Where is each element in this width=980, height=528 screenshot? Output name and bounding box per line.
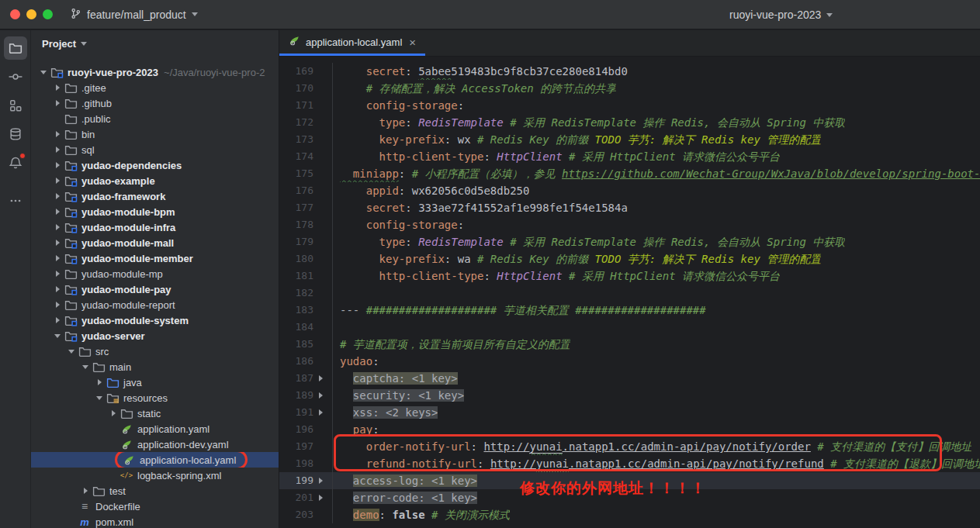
tree-row-yudao-example[interactable]: yudao-example: [31, 173, 279, 188]
chevron-collapsed-icon[interactable]: [51, 252, 64, 264]
chevron-expanded-icon[interactable]: [65, 345, 78, 357]
chevron-collapsed-icon[interactable]: [51, 128, 64, 140]
code-line-203[interactable]: 203 demo: false # 关闭演示模式: [279, 506, 980, 523]
code-line-181[interactable]: 181 http-client-type: HttpClient # 采用 Ht…: [279, 267, 980, 285]
tree-row--public[interactable]: .public: [31, 111, 279, 126]
tree-row-yudao-module-member[interactable]: yudao-module-member: [31, 250, 279, 266]
tree-row-yudao-module-mall[interactable]: yudao-module-mall: [31, 235, 279, 250]
project-view-selector[interactable]: Project: [31, 30, 279, 57]
project-title-widget[interactable]: ruoyi-vue-pro-2023: [729, 0, 833, 29]
tree-row-src[interactable]: src: [31, 343, 279, 359]
tree-row-yudao-module-pay[interactable]: yudao-module-pay: [31, 281, 279, 297]
tree-row-application-yaml[interactable]: application.yaml: [31, 421, 279, 437]
tree-row-ruoyi-vue-pro-2023[interactable]: ruoyi-vue-pro-2023~/Java/ruoyi-vue-pro-2: [31, 64, 279, 80]
tab-application-local-yaml[interactable]: application-local.yaml ×: [279, 30, 425, 56]
tree-row-application-local-yaml[interactable]: application-local.yaml: [31, 452, 279, 468]
code-line-176[interactable]: 176 appid: wx62056c0d5e8db250: [279, 182, 980, 199]
tree-row--gitee[interactable]: .gitee: [31, 80, 279, 95]
code-line-189[interactable]: 189 security: <1 key>: [279, 387, 980, 404]
tree-row-yudao-framework[interactable]: yudao-framework: [31, 188, 279, 204]
chevron-collapsed-icon[interactable]: [79, 485, 92, 497]
tree-row--github[interactable]: .github: [31, 95, 279, 111]
chevron-collapsed-icon[interactable]: [51, 267, 64, 280]
tree-row-bin[interactable]: bin: [31, 126, 279, 142]
commit-icon[interactable]: [4, 65, 27, 88]
code-line-185[interactable]: 185# 芋道配置项，设置当前项目所有自定义的配置: [279, 336, 980, 353]
code-line-174[interactable]: 174 http-client-type: HttpClient # 采用 Ht…: [279, 148, 980, 165]
code-line-178[interactable]: 178 config-storage:: [279, 216, 980, 233]
tree-row-dockerfile[interactable]: ≡Dockerfile: [31, 499, 279, 514]
tree-row-yudao-dependencies[interactable]: yudao-dependencies: [31, 157, 279, 173]
more-icon[interactable]: [4, 189, 27, 212]
fold-marker-icon[interactable]: [313, 495, 327, 501]
chevron-expanded-icon[interactable]: [37, 66, 50, 78]
chevron-collapsed-icon[interactable]: [51, 283, 64, 295]
code-line-170[interactable]: 170 # 存储配置，解决 AccessToken 的跨节点的共享: [279, 80, 980, 97]
code-line-196[interactable]: 196 pay:: [279, 421, 980, 438]
chevron-collapsed-icon[interactable]: [51, 314, 64, 326]
code-line-169[interactable]: 169 secret: 5abee519483bc9f8cb37ce280e81…: [279, 63, 980, 80]
chevron-expanded-icon[interactable]: [51, 330, 64, 342]
chevron-collapsed-icon[interactable]: [51, 190, 64, 202]
code-line-184[interactable]: 184: [279, 319, 980, 336]
chevron-collapsed-icon[interactable]: [51, 221, 64, 233]
close-window-button[interactable]: [10, 9, 20, 19]
tree-row-sql[interactable]: sql: [31, 142, 279, 157]
project-folder-icon[interactable]: [4, 36, 27, 60]
code-line-183[interactable]: 183--- #################### 芋道相关配置 #####…: [279, 302, 980, 319]
close-tab-icon[interactable]: ×: [409, 36, 416, 49]
tree-row-test[interactable]: test: [31, 483, 279, 499]
token-c: # Redis Key 的前缀: [471, 253, 595, 265]
tree-row-yudao-module-mp[interactable]: yudao-module-mp: [31, 266, 279, 281]
gutter: 175: [279, 165, 332, 182]
code-line-173[interactable]: 173 key-prefix: wx # Redis Key 的前缀 TODO …: [279, 131, 980, 148]
fold-marker-icon[interactable]: [313, 392, 327, 399]
chevron-collapsed-icon[interactable]: [51, 143, 64, 156]
code-line-187[interactable]: 187 captcha: <1 key>: [279, 370, 980, 387]
chevron-collapsed-icon[interactable]: [51, 174, 64, 187]
tree-row-yudao-module-bpm[interactable]: yudao-module-bpm: [31, 204, 279, 219]
notifications-bell-icon[interactable]: [4, 151, 27, 174]
tree-row-yudao-server[interactable]: yudao-server: [31, 328, 279, 343]
tree-row-application-dev-yaml[interactable]: application-dev.yaml: [31, 437, 279, 452]
chevron-collapsed-icon[interactable]: [93, 376, 106, 388]
tree-row-resources[interactable]: resources: [31, 390, 279, 405]
chevron-collapsed-icon[interactable]: [51, 97, 64, 109]
code-line-171[interactable]: 171 config-storage:: [279, 97, 980, 114]
chevron-collapsed-icon[interactable]: [107, 407, 119, 419]
code-line-172[interactable]: 172 type: RedisTemplate # 采用 RedisTempla…: [279, 114, 980, 131]
code-line-175[interactable]: 175 miniapp: # 小程序配置（必填），参见 https://gith…: [279, 165, 980, 182]
chevron-collapsed-icon[interactable]: [51, 81, 64, 94]
minimize-window-button[interactable]: [26, 9, 36, 19]
tree-row-static[interactable]: static: [31, 405, 279, 421]
fold-marker-icon[interactable]: [313, 375, 327, 381]
tree-row-logback-spring-xml[interactable]: </>logback-spring.xml: [31, 468, 279, 483]
tree-row-java[interactable]: java: [31, 374, 279, 390]
code-line-186[interactable]: 186yudao:: [279, 353, 980, 370]
structure-icon[interactable]: [4, 94, 27, 117]
code-line-198[interactable]: 198 refund-notify-url: http://yunai.nata…: [279, 455, 980, 472]
code-line-179[interactable]: 179 type: RedisTemplate # 采用 RedisTempla…: [279, 233, 980, 250]
zoom-window-button[interactable]: [43, 9, 53, 19]
code-viewport[interactable]: 169 secret: 5abee519483bc9f8cb37ce280e81…: [279, 57, 980, 528]
fold-marker-icon[interactable]: [313, 478, 327, 484]
tree-row-yudao-module-system[interactable]: yudao-module-system: [31, 312, 279, 328]
chevron-collapsed-icon[interactable]: [51, 159, 64, 171]
tree-row-yudao-module-infra[interactable]: yudao-module-infra: [31, 219, 279, 235]
chevron-collapsed-icon[interactable]: [51, 299, 64, 311]
fold-marker-icon[interactable]: [313, 409, 327, 416]
code-line-177[interactable]: 177 secret: 333ae72f41552af1e998fe1f54e1…: [279, 199, 980, 216]
code-line-182[interactable]: 182: [279, 285, 980, 302]
tree-row-main[interactable]: main: [31, 359, 279, 374]
code-line-180[interactable]: 180 key-prefix: wa # Redis Key 的前缀 TODO …: [279, 250, 980, 267]
code-line-197[interactable]: 197 order-notify-url: http://yunai.natap…: [279, 438, 980, 455]
chevron-expanded-icon[interactable]: [79, 361, 92, 373]
tree-row-pom-xml[interactable]: mpom.xml: [31, 514, 279, 528]
git-branch-widget[interactable]: feature/mall_product: [70, 8, 198, 22]
chevron-collapsed-icon[interactable]: [51, 236, 64, 249]
code-line-191[interactable]: 191 xss: <2 keys>: [279, 404, 980, 421]
database-icon[interactable]: [4, 123, 27, 146]
chevron-expanded-icon[interactable]: [93, 392, 106, 404]
tree-row-yudao-module-report[interactable]: yudao-module-report: [31, 297, 279, 312]
chevron-collapsed-icon[interactable]: [51, 205, 64, 218]
